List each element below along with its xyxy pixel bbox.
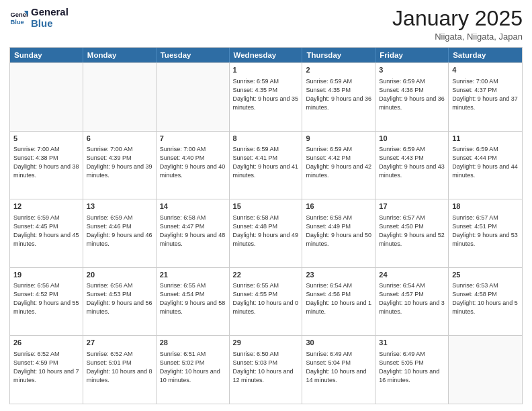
header: General Blue General Blue January 2025 N… <box>9 7 523 42</box>
empty-cell <box>157 63 230 131</box>
day-cell-31: 31Sunrise: 6:49 AM Sunset: 5:05 PM Dayli… <box>375 336 449 404</box>
day-info: Sunrise: 7:00 AM Sunset: 4:39 PM Dayligh… <box>87 145 152 180</box>
day-number: 26 <box>13 338 79 348</box>
day-number: 23 <box>306 270 371 280</box>
day-number: 2 <box>306 65 371 75</box>
day-info: Sunrise: 6:54 AM Sunset: 4:57 PM Dayligh… <box>379 281 445 316</box>
calendar: SundayMondayTuesdayWednesdayThursdayFrid… <box>9 47 523 404</box>
day-cell-11: 11Sunrise: 6:59 AM Sunset: 4:44 PM Dayli… <box>449 132 522 199</box>
calendar-header: SundayMondayTuesdayWednesdayThursdayFrid… <box>10 48 522 62</box>
day-info: Sunrise: 6:59 AM Sunset: 4:42 PM Dayligh… <box>306 145 371 180</box>
day-cell-25: 25Sunrise: 6:53 AM Sunset: 4:58 PM Dayli… <box>449 268 522 336</box>
day-cell-15: 15Sunrise: 6:58 AM Sunset: 4:48 PM Dayli… <box>230 199 303 267</box>
week-row-1: 1Sunrise: 6:59 AM Sunset: 4:35 PM Daylig… <box>10 62 522 131</box>
day-number: 17 <box>379 201 445 212</box>
day-cell-23: 23Sunrise: 6:54 AM Sunset: 4:56 PM Dayli… <box>302 268 375 336</box>
day-cell-1: 1Sunrise: 6:59 AM Sunset: 4:35 PM Daylig… <box>230 63 303 131</box>
day-info: Sunrise: 6:57 AM Sunset: 4:50 PM Dayligh… <box>379 214 445 248</box>
day-number: 18 <box>452 201 519 212</box>
calendar-page: General Blue General Blue January 2025 N… <box>0 0 532 411</box>
title-block: January 2025 Niigata, Niigata, Japan <box>392 7 523 42</box>
day-cell-8: 8Sunrise: 6:59 AM Sunset: 4:41 PM Daylig… <box>230 132 303 199</box>
month-title: January 2025 <box>392 7 523 30</box>
calendar-body: 1Sunrise: 6:59 AM Sunset: 4:35 PM Daylig… <box>10 62 522 404</box>
day-number: 20 <box>87 270 152 280</box>
day-number: 9 <box>306 134 371 144</box>
day-info: Sunrise: 6:58 AM Sunset: 4:49 PM Dayligh… <box>306 214 371 248</box>
day-cell-27: 27Sunrise: 6:52 AM Sunset: 5:01 PM Dayli… <box>83 336 157 404</box>
day-number: 4 <box>452 65 519 75</box>
day-cell-20: 20Sunrise: 6:56 AM Sunset: 4:53 PM Dayli… <box>83 268 157 336</box>
day-info: Sunrise: 6:56 AM Sunset: 4:52 PM Dayligh… <box>13 281 79 316</box>
day-number: 14 <box>160 201 226 212</box>
day-info: Sunrise: 6:49 AM Sunset: 5:05 PM Dayligh… <box>379 350 445 385</box>
logo: General Blue General Blue <box>9 7 69 29</box>
logo-icon: General Blue <box>9 9 28 28</box>
day-cell-16: 16Sunrise: 6:58 AM Sunset: 4:49 PM Dayli… <box>302 199 375 267</box>
day-info: Sunrise: 6:59 AM Sunset: 4:41 PM Dayligh… <box>233 145 299 180</box>
day-info: Sunrise: 6:49 AM Sunset: 5:04 PM Dayligh… <box>306 350 371 385</box>
day-info: Sunrise: 6:57 AM Sunset: 4:51 PM Dayligh… <box>452 214 519 248</box>
day-number: 30 <box>306 338 371 348</box>
week-row-4: 19Sunrise: 6:56 AM Sunset: 4:52 PM Dayli… <box>10 267 522 336</box>
day-info: Sunrise: 6:58 AM Sunset: 4:48 PM Dayligh… <box>233 214 299 248</box>
week-row-3: 12Sunrise: 6:59 AM Sunset: 4:45 PM Dayli… <box>10 199 522 267</box>
day-number: 7 <box>160 134 226 144</box>
day-cell-21: 21Sunrise: 6:55 AM Sunset: 4:54 PM Dayli… <box>157 268 230 336</box>
header-cell-saturday: Saturday <box>449 48 522 62</box>
day-cell-2: 2Sunrise: 6:59 AM Sunset: 4:35 PM Daylig… <box>302 63 375 131</box>
day-info: Sunrise: 6:58 AM Sunset: 4:47 PM Dayligh… <box>160 214 226 248</box>
day-number: 3 <box>379 65 445 75</box>
day-number: 16 <box>306 201 371 212</box>
day-number: 13 <box>87 201 152 212</box>
day-cell-22: 22Sunrise: 6:55 AM Sunset: 4:55 PM Dayli… <box>230 268 303 336</box>
day-number: 27 <box>87 338 152 348</box>
day-number: 29 <box>233 338 299 348</box>
day-info: Sunrise: 6:59 AM Sunset: 4:45 PM Dayligh… <box>13 214 79 248</box>
day-info: Sunrise: 7:00 AM Sunset: 4:37 PM Dayligh… <box>452 77 519 112</box>
day-info: Sunrise: 6:55 AM Sunset: 4:55 PM Dayligh… <box>233 281 299 316</box>
day-info: Sunrise: 6:52 AM Sunset: 4:59 PM Dayligh… <box>13 350 79 385</box>
day-number: 19 <box>13 270 79 280</box>
day-cell-4: 4Sunrise: 7:00 AM Sunset: 4:37 PM Daylig… <box>449 63 522 131</box>
day-cell-29: 29Sunrise: 6:50 AM Sunset: 5:03 PM Dayli… <box>230 336 303 404</box>
header-cell-sunday: Sunday <box>10 48 83 62</box>
header-cell-wednesday: Wednesday <box>230 48 303 62</box>
day-number: 5 <box>13 134 79 144</box>
week-row-5: 26Sunrise: 6:52 AM Sunset: 4:59 PM Dayli… <box>10 335 522 404</box>
day-cell-9: 9Sunrise: 6:59 AM Sunset: 4:42 PM Daylig… <box>302 132 375 199</box>
day-cell-17: 17Sunrise: 6:57 AM Sunset: 4:50 PM Dayli… <box>375 199 449 267</box>
header-cell-thursday: Thursday <box>302 48 375 62</box>
day-number: 6 <box>87 134 152 144</box>
day-cell-13: 13Sunrise: 6:59 AM Sunset: 4:46 PM Dayli… <box>83 199 157 267</box>
logo-blue: Blue <box>31 18 69 30</box>
day-cell-18: 18Sunrise: 6:57 AM Sunset: 4:51 PM Dayli… <box>449 199 522 267</box>
day-info: Sunrise: 6:59 AM Sunset: 4:35 PM Dayligh… <box>306 77 371 112</box>
day-cell-3: 3Sunrise: 6:59 AM Sunset: 4:36 PM Daylig… <box>375 63 449 131</box>
empty-cell <box>449 336 522 404</box>
week-row-2: 5Sunrise: 7:00 AM Sunset: 4:38 PM Daylig… <box>10 131 522 199</box>
day-number: 10 <box>379 134 445 144</box>
day-cell-24: 24Sunrise: 6:54 AM Sunset: 4:57 PM Dayli… <box>375 268 449 336</box>
day-cell-6: 6Sunrise: 7:00 AM Sunset: 4:39 PM Daylig… <box>83 132 157 199</box>
logo-general: General <box>31 7 69 18</box>
day-number: 1 <box>233 65 299 75</box>
header-cell-friday: Friday <box>375 48 449 62</box>
day-number: 15 <box>233 201 299 212</box>
day-info: Sunrise: 6:52 AM Sunset: 5:01 PM Dayligh… <box>87 350 152 385</box>
day-number: 24 <box>379 270 445 280</box>
day-number: 12 <box>13 201 79 212</box>
header-cell-tuesday: Tuesday <box>157 48 230 62</box>
empty-cell <box>10 63 83 131</box>
day-cell-30: 30Sunrise: 6:49 AM Sunset: 5:04 PM Dayli… <box>302 336 375 404</box>
day-cell-7: 7Sunrise: 7:00 AM Sunset: 4:40 PM Daylig… <box>157 132 230 199</box>
day-number: 11 <box>452 134 519 144</box>
day-cell-19: 19Sunrise: 6:56 AM Sunset: 4:52 PM Dayli… <box>10 268 83 336</box>
day-number: 21 <box>160 270 226 280</box>
day-info: Sunrise: 6:59 AM Sunset: 4:35 PM Dayligh… <box>233 77 299 112</box>
day-cell-28: 28Sunrise: 6:51 AM Sunset: 5:02 PM Dayli… <box>157 336 230 404</box>
day-cell-14: 14Sunrise: 6:58 AM Sunset: 4:47 PM Dayli… <box>157 199 230 267</box>
svg-text:General: General <box>11 11 28 18</box>
day-info: Sunrise: 6:54 AM Sunset: 4:56 PM Dayligh… <box>306 281 371 316</box>
header-cell-monday: Monday <box>83 48 157 62</box>
